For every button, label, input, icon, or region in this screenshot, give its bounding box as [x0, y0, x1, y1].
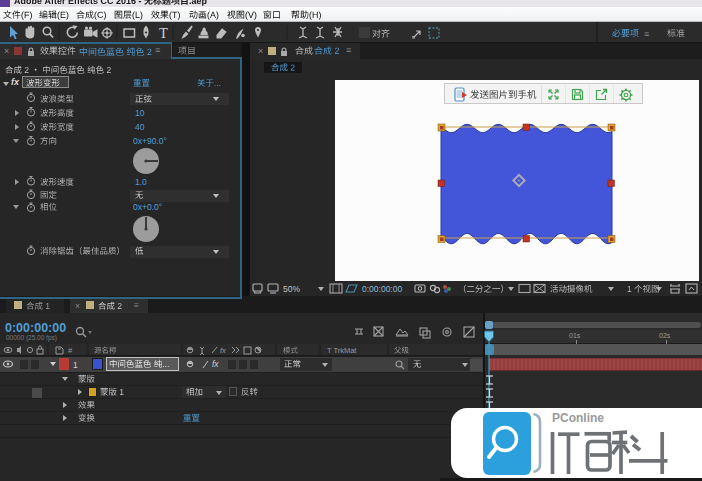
svg-text:50%: 50% [283, 284, 300, 294]
svg-text:（二分之一）: （二分之一） [458, 284, 509, 294]
svg-text:T: T [159, 25, 168, 41]
svg-text:≡: ≡ [644, 29, 649, 39]
svg-text:模式: 模式 [283, 346, 299, 355]
svg-text:活动摄像机: 活动摄像机 [550, 284, 593, 294]
svg-text:T TrkMat: T TrkMat [327, 346, 357, 355]
svg-text:对齐: 对齐 [371, 29, 390, 39]
svg-text:父级: 父级 [394, 346, 410, 355]
svg-text:必要项: 必要项 [612, 29, 639, 39]
svg-text:#: # [68, 346, 73, 355]
svg-text:标准: 标准 [666, 29, 685, 39]
svg-text:源名称: 源名称 [93, 346, 117, 355]
svg-text:fx: fx [220, 346, 226, 355]
svg-text:0:00:00:00: 0:00:00:00 [362, 284, 402, 294]
svg-text:1 个视图: 1 个视图 [627, 284, 660, 294]
